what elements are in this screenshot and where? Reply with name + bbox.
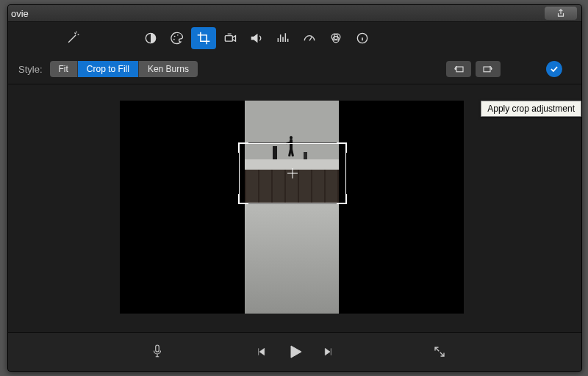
rotate-ccw-icon	[452, 64, 465, 74]
fullscreen-icon	[433, 345, 446, 358]
auto-enhance-button[interactable]	[60, 27, 85, 49]
previous-frame-button[interactable]	[248, 339, 273, 364]
crop-icon	[196, 31, 211, 46]
speed-button[interactable]	[297, 27, 322, 49]
svg-rect-4	[225, 36, 232, 42]
video-clip	[245, 101, 339, 314]
next-frame-button[interactable]	[316, 339, 341, 364]
camera-icon	[223, 31, 237, 46]
color-filters-icon	[329, 31, 343, 46]
volume-button[interactable]	[244, 27, 269, 49]
play-icon	[286, 343, 304, 361]
equalizer-icon	[276, 31, 290, 46]
play-button[interactable]	[282, 339, 307, 364]
noise-eq-button[interactable]	[270, 27, 295, 49]
contrast-icon	[143, 31, 158, 46]
window-title: ovie	[11, 8, 29, 19]
svg-point-2	[177, 35, 179, 36]
share-icon	[556, 8, 566, 18]
crop-handle-bl[interactable]	[238, 194, 248, 204]
svg-point-3	[173, 39, 175, 40]
crop-handle-tr[interactable]	[337, 142, 347, 153]
previous-frame-icon	[255, 346, 267, 358]
svg-rect-11	[156, 345, 159, 352]
style-crop-to-fill[interactable]: Crop to Fill	[78, 61, 139, 77]
stabilize-button[interactable]	[218, 27, 243, 49]
rotate-cw-button[interactable]	[476, 61, 501, 77]
crop-style-row: Style: Fit Crop to Fill Ken Burns	[8, 54, 581, 84]
crop-rectangle[interactable]	[239, 143, 346, 203]
color-correction-button[interactable]	[165, 27, 190, 49]
style-label: Style:	[18, 64, 43, 75]
style-segmented-control: Fit Crop to Fill Ken Burns	[50, 61, 198, 77]
svg-rect-9	[456, 67, 463, 72]
fullscreen-button[interactable]	[427, 339, 452, 364]
magic-wand-icon	[65, 31, 80, 46]
volume-icon	[249, 31, 264, 46]
microphone-icon	[151, 344, 164, 360]
info-icon	[355, 31, 370, 46]
voiceover-record-button[interactable]	[145, 339, 170, 364]
rotate-cw-icon	[481, 64, 495, 74]
crop-handle-tl[interactable]	[238, 142, 248, 153]
speed-gauge-icon	[302, 31, 317, 46]
svg-rect-10	[484, 67, 490, 72]
crop-handle-br[interactable]	[337, 194, 347, 204]
app-window: ovie	[7, 4, 582, 372]
checkmark-icon	[549, 64, 559, 74]
apply-crop-tooltip: Apply crop adjustment	[481, 101, 581, 117]
adjust-toolbar	[8, 22, 581, 54]
clip-filter-button[interactable]	[323, 27, 348, 49]
color-palette-icon	[170, 31, 184, 46]
color-balance-button[interactable]	[138, 27, 163, 49]
rotate-ccw-button[interactable]	[446, 61, 471, 77]
svg-point-1	[174, 36, 176, 37]
next-frame-icon	[323, 346, 334, 358]
window-titlebar: ovie	[8, 5, 581, 22]
preview-viewer[interactable]	[120, 101, 464, 314]
share-button[interactable]	[545, 7, 577, 20]
playback-bar	[8, 332, 581, 371]
apply-crop-button[interactable]	[546, 61, 562, 77]
style-fit[interactable]: Fit	[50, 61, 78, 77]
style-ken-burns[interactable]: Ken Burns	[139, 61, 198, 77]
info-button[interactable]	[350, 27, 375, 49]
crop-button[interactable]	[191, 27, 216, 49]
